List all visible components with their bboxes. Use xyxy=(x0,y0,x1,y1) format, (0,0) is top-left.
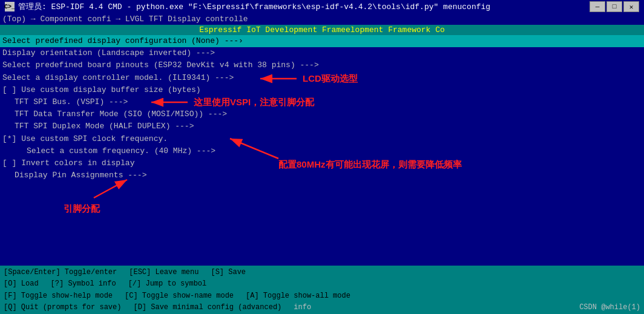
status-item: [ESC] Leave menu xyxy=(129,267,199,278)
info-label: info xyxy=(294,302,311,313)
svg-text:引脚分配: 引脚分配 xyxy=(64,203,100,214)
status-item: [S] Save xyxy=(211,267,246,278)
menu-item[interactable]: Select a display controller model. (ILI9… xyxy=(0,72,644,84)
status-item: [Q] Quit (prompts for save) xyxy=(4,302,121,313)
title-bar-left: C>_ 管理员: ESP-IDF 4.4 CMD - python.exe "F… xyxy=(5,1,490,12)
menu-item[interactable]: [ ] Invert colors in display xyxy=(0,157,644,169)
minimize-button[interactable]: — xyxy=(590,1,605,12)
status-item: [?] Symbol info xyxy=(51,278,116,289)
menu-item[interactable]: TFT SPI Duplex Mode (HALF DUPLEX) ---> xyxy=(0,120,644,132)
title-bar: C>_ 管理员: ESP-IDF 4.4 CMD - python.exe "F… xyxy=(0,0,644,13)
menu-item[interactable]: Display orientation (Landscape inverted)… xyxy=(0,47,644,59)
credit-label: CSDN @while(1) xyxy=(579,302,640,313)
status-item: [Space/Enter] Toggle/enter xyxy=(4,267,117,278)
status-item: [F] Toggle show-help mode xyxy=(4,290,113,301)
status-item: [/] Jump to symbol xyxy=(128,278,207,289)
status-item: [D] Save minimal config (advanced) xyxy=(133,302,281,313)
menu-item[interactable]: [ ] Use custom display buffer size (byte… xyxy=(0,84,644,96)
banner: Espressif IoT Development Frameelopment … xyxy=(0,25,644,35)
terminal-icon: C>_ xyxy=(5,2,15,11)
terminal-area: (Top) → Component confi → LVGL TFT Displ… xyxy=(0,13,644,266)
menu-item[interactable]: TFT SPI Bus. (VSPI) ---> xyxy=(0,96,644,108)
status-row-2: [O] Load [?] Symbol info [/] Jump to sym… xyxy=(4,278,640,289)
title-bar-controls[interactable]: — □ ✕ xyxy=(590,1,639,12)
close-button[interactable]: ✕ xyxy=(623,1,639,12)
status-row-1: [Space/Enter] Toggle/enter [ESC] Leave m… xyxy=(4,267,640,278)
menu-item-selected[interactable]: Select predefined display configuration … xyxy=(0,35,644,47)
status-item: [A] Toggle show-all mode xyxy=(246,290,350,301)
status-bar: [Space/Enter] Toggle/enter [ESC] Leave m… xyxy=(0,266,644,314)
title-bar-text: 管理员: ESP-IDF 4.4 CMD - python.exe "F:\Es… xyxy=(18,1,490,12)
menu-item[interactable]: Select a custom frequency. (40 MHz) ---> xyxy=(0,145,644,157)
menu-item[interactable]: TFT Data Transfer Mode (SIO (MOSI/MISO))… xyxy=(0,108,644,120)
menu-area: Select predefined display configuration … xyxy=(0,35,644,182)
menu-item[interactable]: [*] Use custom SPI clock frequency. xyxy=(0,133,644,145)
status-row-3: [F] Toggle show-help mode [C] Toggle sho… xyxy=(4,290,640,301)
menu-item[interactable]: Select predefined board pinouts (ESP32 D… xyxy=(0,59,644,71)
svg-line-7 xyxy=(94,180,127,198)
breadcrumb: (Top) → Component confi → LVGL TFT Displ… xyxy=(0,13,644,25)
status-item: [O] Load xyxy=(4,278,39,289)
status-item: [C] Toggle show-name mode xyxy=(125,290,234,301)
menu-item[interactable]: Display Pin Assignments ---> xyxy=(0,169,644,182)
maximize-button[interactable]: □ xyxy=(606,1,622,12)
status-row-4: [Q] Quit (prompts for save) [D] Save min… xyxy=(4,302,640,313)
